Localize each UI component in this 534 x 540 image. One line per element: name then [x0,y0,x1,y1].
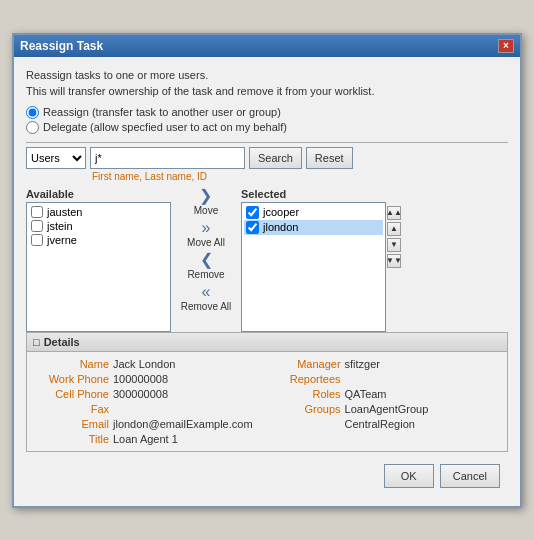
available-list: jausten jstein jverne [26,202,171,332]
radio-reassign-row: Reassign (transfer task to another user … [26,106,508,119]
move-all-right-icon: » [202,220,211,236]
detail-fax-label: Fax [37,403,109,415]
details-right-col: Manager sfitzger Reportees Roles QATeam … [269,358,429,445]
remove-button[interactable]: ❮ Remove [187,252,224,280]
lists-container: Available jausten jstein jverne [26,188,508,332]
scroll-up-top-button[interactable]: ▲▲ [387,206,401,220]
details-header[interactable]: □ Details [27,333,507,352]
detail-fax-row: Fax [37,403,253,415]
detail-groups-row: Groups LoanAgentGroup [269,403,429,415]
ok-button[interactable]: OK [384,464,434,488]
selected-list: jcooper jlondon [241,202,386,332]
info-text: Reassign tasks to one or more users. Thi… [26,67,508,100]
move-label: Move [194,205,218,216]
move-button[interactable]: ❯ Move [194,188,218,216]
list-item[interactable]: jstein [29,219,168,233]
radio-reassign[interactable] [26,106,39,119]
detail-workphone-value: 100000008 [113,373,168,385]
reset-button[interactable]: Reset [306,147,353,169]
detail-groups-row2: CentralRegion [269,418,429,430]
title-bar: Reassign Task × [14,35,520,57]
search-hint: First name, Last name, ID [92,171,508,182]
detail-cellphone-label: Cell Phone [37,388,109,400]
available-label: Available [26,188,171,200]
dialog-title: Reassign Task [20,39,103,53]
remove-all-left-icon: « [202,284,211,300]
detail-roles-row: Roles QATeam [269,388,429,400]
radio-delegate[interactable] [26,121,39,134]
cancel-button[interactable]: Cancel [440,464,500,488]
detail-title-label: Title [37,433,109,445]
detail-email-value: jlondon@emailExample.com [113,418,253,430]
detail-title-row: Title Loan Agent 1 [37,433,253,445]
dialog-body: Reassign tasks to one or more users. Thi… [14,57,520,506]
move-buttons: ❯ Move » Move All ❮ Remove « Remove All [171,188,241,312]
search-type-dropdown[interactable]: Users Groups [26,147,86,169]
selected-checkbox-jlondon[interactable] [246,221,259,234]
remove-left-icon: ❮ [200,252,213,268]
selected-item-jlondon-label: jlondon [263,221,298,233]
detail-groups-value: LoanAgentGroup [345,403,429,415]
detail-name-value: Jack London [113,358,175,370]
detail-email-row: Email jlondon@emailExample.com [37,418,253,430]
radio-delegate-label: Delegate (allow specfied user to act on … [43,121,287,133]
detail-reportees-row: Reportees [269,373,429,385]
details-left-col: Name Jack London Work Phone 100000008 Ce… [37,358,253,445]
details-header-label: Details [44,336,80,348]
available-item-jausten: jausten [47,206,82,218]
search-input[interactable] [90,147,245,169]
selected-checkbox-jcooper[interactable] [246,206,259,219]
detail-groups-value2: CentralRegion [345,418,415,430]
available-section: Available jausten jstein jverne [26,188,171,332]
detail-title-value: Loan Agent 1 [113,433,178,445]
selected-item-jlondon[interactable]: jlondon [244,220,383,235]
available-item-jstein: jstein [47,220,73,232]
detail-groups-label: Groups [269,403,341,415]
details-section: □ Details Name Jack London Work Phone 10… [26,332,508,452]
remove-all-button[interactable]: « Remove All [181,284,232,312]
list-item[interactable]: jverne [29,233,168,247]
list-item[interactable]: jausten [29,205,168,219]
radio-reassign-label: Reassign (transfer task to another user … [43,106,281,118]
info-line1: Reassign tasks to one or more users. [26,67,508,84]
remove-all-label: Remove All [181,301,232,312]
selected-item-jcooper[interactable]: jcooper [244,205,383,220]
separator1 [26,142,508,143]
detail-manager-value: sfitzger [345,358,380,370]
detail-workphone-row: Work Phone 100000008 [37,373,253,385]
detail-manager-row: Manager sfitzger [269,358,429,370]
available-item-checkbox-jverne[interactable] [31,234,43,246]
scroll-down-button[interactable]: ▼ [387,238,401,252]
detail-roles-label: Roles [269,388,341,400]
search-button[interactable]: Search [249,147,302,169]
detail-cellphone-row: Cell Phone 300000008 [37,388,253,400]
footer-row: OK Cancel [26,460,508,496]
detail-cellphone-value: 300000008 [113,388,168,400]
detail-reportees-label: Reportees [269,373,341,385]
info-line2: This will transfer ownership of the task… [26,83,508,100]
details-collapse-icon: □ [33,336,40,348]
move-right-icon: ❯ [199,188,212,204]
scroll-down-bottom-button[interactable]: ▼▼ [387,254,401,268]
selected-item-jcooper-label: jcooper [263,206,299,218]
close-button[interactable]: × [498,39,514,53]
available-item-checkbox-jstein[interactable] [31,220,43,232]
detail-roles-value: QATeam [345,388,387,400]
move-all-label: Move All [187,237,225,248]
radio-delegate-row: Delegate (allow specfied user to act on … [26,121,508,134]
scroll-up-button[interactable]: ▲ [387,222,401,236]
selected-section: Selected jcooper jlondon [241,188,386,332]
right-scroll: ▲▲ ▲ ▼ ▼▼ [386,188,402,268]
search-row: Users Groups Search Reset [26,147,508,169]
remove-label: Remove [187,269,224,280]
detail-manager-label: Manager [269,358,341,370]
radio-group: Reassign (transfer task to another user … [26,106,508,134]
available-item-jverne: jverne [47,234,77,246]
available-item-checkbox-jausten[interactable] [31,206,43,218]
detail-email-label: Email [37,418,109,430]
move-all-button[interactable]: » Move All [187,220,225,248]
detail-name-row: Name Jack London [37,358,253,370]
detail-workphone-label: Work Phone [37,373,109,385]
selected-label: Selected [241,188,386,200]
reassign-task-dialog: Reassign Task × Reassign tasks to one or… [12,33,522,508]
